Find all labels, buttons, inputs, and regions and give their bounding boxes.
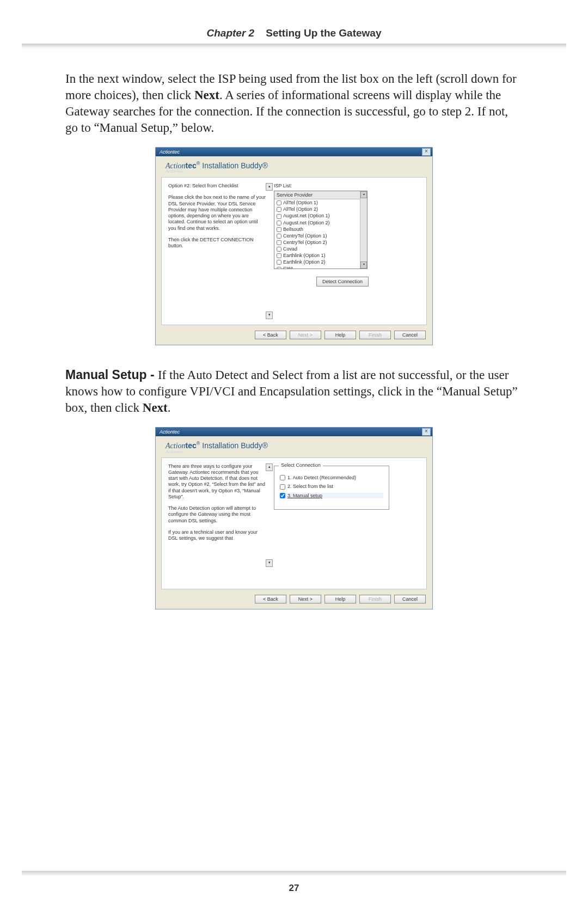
isp-checkbox[interactable]	[277, 253, 281, 258]
isp-list-label: ISP List:	[274, 183, 420, 188]
list-item: Covad	[274, 246, 367, 252]
instruction-text: The Auto Detection option will attempt t…	[168, 505, 266, 524]
titlebar-label: Actiontec	[157, 149, 180, 155]
select-connection-fieldset: Select Connection 1. Auto Detect (Recomm…	[274, 466, 389, 510]
text: .	[168, 401, 171, 414]
isp-checkbox[interactable]	[277, 240, 281, 245]
text-isp: ISP	[218, 72, 235, 86]
cancel-button[interactable]: Cancel	[394, 331, 426, 339]
option-auto-detect[interactable]: 1. Auto Detect (Recommended)	[280, 475, 383, 481]
isp-checkbox[interactable]	[277, 234, 281, 239]
next-button[interactable]: Next >	[290, 331, 321, 339]
scroll-down-icon[interactable]: ▾	[266, 559, 273, 567]
isp-checkbox[interactable]	[277, 260, 281, 265]
isp-checkbox[interactable]	[277, 214, 281, 219]
list-item: August.net (Option 1)	[274, 212, 367, 219]
installer-window: Actiontec × Actiontec® Installation Budd…	[155, 147, 433, 346]
isp-checkbox[interactable]	[277, 200, 281, 205]
page-number: 27	[0, 883, 588, 894]
scroll-up-icon[interactable]: ▴	[360, 191, 367, 198]
isp-checkbox[interactable]	[277, 267, 281, 270]
list-item: Earthlink (Option 2)	[274, 259, 367, 265]
brand-action: Action	[166, 161, 186, 169]
chapter-title: Setting Up the Gateway	[266, 27, 381, 39]
scroll-down-icon[interactable]: ▾	[266, 312, 273, 319]
option-select-list[interactable]: 2. Select from the list	[280, 484, 383, 490]
instruction-text: If you are a technical user and know you…	[168, 529, 266, 542]
text-next: Next	[143, 401, 168, 414]
instruction-text: Then click the DETECT CONNECTION button.	[168, 237, 266, 249]
scroll-down-icon[interactable]: ▾	[360, 261, 367, 269]
select-connection-panel: Select Connection 1. Auto Detect (Recomm…	[274, 463, 420, 583]
help-button[interactable]: Help	[324, 331, 356, 339]
option-checkbox[interactable]	[280, 475, 285, 480]
installer-window: Actiontec × Actiontec® Installation Budd…	[155, 427, 433, 609]
isp-checkbox[interactable]	[277, 247, 281, 252]
fieldset-legend: Select Connection	[279, 462, 323, 468]
list-item: Earthlink (Option 1)	[274, 252, 367, 259]
text-next: Next	[194, 88, 219, 102]
content-area: ▴ Option #2: Select from Checklist Pleas…	[161, 177, 427, 325]
help-button[interactable]: Help	[324, 595, 356, 603]
list-item: GWI	[274, 265, 367, 269]
paragraph-2: Manual Setup - If the Auto Detect and Se…	[65, 367, 523, 416]
detect-connection-button[interactable]: Detect Connection	[316, 277, 369, 286]
isp-checkbox[interactable]	[277, 227, 281, 232]
brand-suffix: Installation Buddy®	[200, 441, 268, 450]
chapter-label: Chapter 2	[207, 27, 255, 39]
isp-panel: ISP List: Service Provider AllTel (Optio…	[274, 183, 420, 319]
option-manual-setup[interactable]: 3. Manual setup	[280, 493, 383, 499]
cancel-button[interactable]: Cancel	[394, 595, 426, 603]
text: In the next window, select the	[65, 72, 218, 86]
back-button[interactable]: < Back	[255, 331, 286, 339]
titlebar: Actiontec ×	[156, 148, 432, 156]
list-item: CentryTel (Option 1)	[274, 233, 367, 239]
button-row: < Back Next > Help Finish Cancel	[156, 331, 432, 345]
next-button[interactable]: Next >	[290, 595, 321, 603]
scrollbar[interactable]: ▴ ▾	[360, 191, 367, 269]
list-item: August.net (Option 2)	[274, 219, 367, 226]
isp-listbox[interactable]: Service Provider AllTel (Option 1) AllTe…	[274, 191, 367, 269]
titlebar-label: Actiontec	[157, 429, 180, 435]
list-header: Service Provider	[274, 191, 367, 199]
isp-checkbox[interactable]	[277, 221, 281, 225]
list-item: Bellsouth	[274, 226, 367, 233]
paragraph-1: In the next window, select the ISP being…	[65, 71, 523, 136]
option-heading: Option #2: Select from Checklist	[168, 183, 266, 189]
option-checkbox[interactable]	[280, 484, 285, 490]
header-rule	[22, 44, 566, 49]
instruction-text: There are three ways to configure your G…	[168, 463, 266, 501]
finish-button[interactable]: Finish	[359, 331, 391, 339]
titlebar: Actiontec ×	[156, 428, 432, 436]
finish-button[interactable]: Finish	[359, 595, 391, 603]
instruction-text: Please click the box next to the name of…	[168, 194, 266, 231]
text: VCI	[213, 385, 235, 398]
list-item: AllTel (Option 1)	[274, 199, 367, 206]
text: VPI	[189, 385, 210, 398]
list-item: CentryTel (Option 2)	[274, 239, 367, 246]
button-row: < Back Next > Help Finish Cancel	[156, 595, 432, 609]
screenshot-1: Actiontec × Actiontec® Installation Budd…	[155, 147, 433, 346]
instructions-panel: ▴ There are three ways to configure your…	[168, 463, 266, 567]
option-checkbox[interactable]	[280, 493, 285, 498]
page: Chapter 2 Setting Up the Gateway In the …	[0, 0, 588, 909]
close-icon[interactable]: ×	[422, 428, 431, 436]
scroll-up-icon[interactable]: ▴	[266, 463, 273, 471]
scroll-up-icon[interactable]: ▴	[266, 183, 273, 191]
screenshot-2: Actiontec × Actiontec® Installation Budd…	[155, 427, 433, 609]
content-area: ▴ There are three ways to configure your…	[161, 457, 427, 589]
footer-rule	[22, 871, 566, 876]
list-item: AllTel (Option 2)	[274, 206, 367, 212]
brand-action: Action	[166, 442, 186, 450]
chapter-header: Chapter 2 Setting Up the Gateway	[0, 0, 588, 39]
instructions-panel: ▴ Option #2: Select from Checklist Pleas…	[168, 183, 266, 319]
manual-setup-label: Manual Setup -	[65, 368, 158, 382]
isp-checkbox[interactable]	[277, 207, 281, 212]
brand-tec: tec	[186, 441, 197, 450]
brand-suffix: Installation Buddy®	[200, 161, 268, 169]
close-icon[interactable]: ×	[422, 148, 431, 156]
brand-tec: tec	[186, 161, 197, 169]
back-button[interactable]: < Back	[255, 595, 286, 603]
